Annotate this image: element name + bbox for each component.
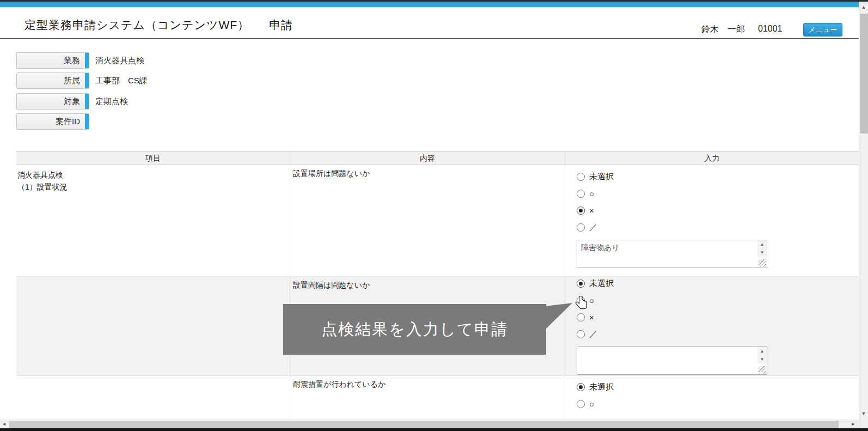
field-value-taisho: 定期点検 bbox=[95, 93, 128, 110]
radio-button-unselected-checked[interactable] bbox=[577, 280, 585, 288]
radio-button-maru[interactable] bbox=[577, 400, 585, 408]
field-value-gyomu: 消火器具点検 bbox=[95, 52, 144, 69]
page-title: 申請 bbox=[269, 19, 293, 31]
item-title: 消火器具点検 bbox=[17, 169, 288, 181]
radio-label: ／ bbox=[589, 329, 597, 339]
field-label-text: 対象 bbox=[17, 94, 89, 109]
radio-button-unselected-checked[interactable] bbox=[577, 383, 585, 391]
table-header-row: 項目 内容 入力 bbox=[16, 151, 859, 165]
radio-label: 未選択 bbox=[589, 382, 614, 392]
horizontal-scrollbar[interactable]: ◄ ► bbox=[0, 420, 859, 428]
input-cell: 未選択 ○ × ／ 障害物あり ▲ ▼ bbox=[565, 165, 859, 276]
radio-label: ○ bbox=[589, 189, 594, 198]
blue-accent-bar bbox=[85, 94, 89, 109]
scrollbar-left-icon[interactable]: ◄ bbox=[0, 420, 8, 428]
column-header-content: 内容 bbox=[290, 151, 565, 165]
scrollbar-down-icon[interactable]: ▼ bbox=[859, 409, 868, 418]
radio-label: ／ bbox=[589, 222, 597, 233]
radio-label: ○ bbox=[589, 399, 594, 409]
radio-option: 未選択 bbox=[577, 383, 859, 391]
radio-button-slash[interactable] bbox=[577, 330, 585, 338]
radio-option: ／ bbox=[577, 223, 859, 232]
question-cell: 設置場所は問題ないか bbox=[290, 165, 565, 276]
column-header-input: 入力 bbox=[565, 151, 859, 165]
title-bar-highlight bbox=[0, 7, 859, 8]
field-label-shozoku: 所属 bbox=[16, 72, 89, 89]
application-window: 定型業務申請システム（コンテンツWF）申請 鈴木 一郎 01001 メニュー 業… bbox=[0, 0, 868, 431]
radio-option: ○ bbox=[577, 296, 859, 305]
blue-accent-bar bbox=[85, 114, 89, 129]
guide-tooltip-text: 点検結果を入力して申請 bbox=[321, 319, 508, 341]
radio-button-batsu-checked[interactable] bbox=[577, 207, 585, 215]
blue-accent-bar bbox=[85, 53, 89, 68]
input-cell: 未選択 ○ × ／ ▲ ▼ bbox=[565, 277, 859, 375]
inspection-table: 項目 内容 入力 消火器具点検 （1）設置状況 設置場所は問題ないか 未選択 ○ bbox=[16, 151, 859, 422]
guide-tooltip: 点検結果を入力して申請 bbox=[283, 304, 546, 355]
field-label-text: 所属 bbox=[17, 73, 89, 88]
item-cell bbox=[16, 376, 290, 422]
radio-label: ○ bbox=[589, 296, 594, 305]
system-title: 定型業務申請システム（コンテンツWF） bbox=[25, 19, 249, 31]
scrollbar-up-icon[interactable]: ▲ bbox=[859, 3, 868, 12]
field-label-text: 案件ID bbox=[17, 114, 89, 129]
hand-cursor-icon bbox=[575, 295, 589, 311]
radio-button-slash[interactable] bbox=[577, 223, 585, 232]
app-title: 定型業務申請システム（コンテンツWF）申請 bbox=[25, 17, 293, 33]
scroll-down-icon[interactable]: ▼ bbox=[757, 248, 767, 257]
radio-option: ○ bbox=[577, 189, 859, 198]
radio-label: 未選択 bbox=[589, 278, 614, 289]
comment-textarea[interactable]: ▲ ▼ bbox=[577, 347, 767, 375]
radio-option: × bbox=[577, 206, 859, 215]
item-cell bbox=[16, 277, 290, 375]
question-cell: 耐震措置が行われているか bbox=[290, 376, 565, 422]
field-label-text: 業務 bbox=[17, 53, 89, 68]
user-block: 鈴木 一郎 01001 bbox=[701, 24, 783, 35]
radio-option: × bbox=[577, 313, 859, 321]
field-label-taisho: 対象 bbox=[16, 93, 89, 110]
field-label-anken-id: 案件ID bbox=[16, 113, 89, 130]
table-row: 耐震措置が行われているか 未選択 ○ bbox=[16, 376, 859, 422]
resize-grip-icon[interactable] bbox=[759, 366, 766, 374]
radio-label: 未選択 bbox=[589, 172, 614, 182]
item-cell: 消火器具点検 （1）設置状況 bbox=[16, 165, 290, 276]
header-divider bbox=[0, 38, 859, 39]
scroll-up-icon[interactable]: ▲ bbox=[757, 347, 767, 355]
radio-option: ／ bbox=[577, 330, 859, 338]
table-row: 消火器具点検 （1）設置状況 設置場所は問題ないか 未選択 ○ × bbox=[16, 165, 859, 277]
radio-button-maru[interactable] bbox=[577, 190, 585, 198]
window-bottom-edge bbox=[0, 428, 868, 431]
radio-option: ○ bbox=[577, 399, 859, 408]
comment-text: 障害物あり bbox=[577, 240, 767, 252]
scrollbar-right-icon[interactable]: ► bbox=[849, 420, 858, 428]
user-name: 鈴木 一郎 bbox=[701, 24, 745, 35]
blue-accent-bar bbox=[85, 73, 89, 88]
radio-label: × bbox=[589, 313, 594, 322]
radio-button-batsu[interactable] bbox=[577, 313, 585, 321]
user-id: 01001 bbox=[758, 24, 783, 35]
comment-text bbox=[577, 347, 767, 349]
scroll-down-icon[interactable]: ▼ bbox=[757, 355, 767, 363]
column-header-item: 項目 bbox=[16, 151, 290, 165]
vertical-scrollbar-thumb[interactable] bbox=[860, 14, 868, 133]
radio-option: 未選択 bbox=[577, 172, 859, 181]
resize-grip-icon[interactable] bbox=[759, 259, 766, 267]
vertical-scrollbar[interactable]: ▲ ▼ bbox=[859, 2, 868, 428]
tooltip-pointer bbox=[545, 300, 574, 331]
field-label-gyomu: 業務 bbox=[16, 52, 89, 69]
comment-textarea[interactable]: 障害物あり ▲ ▼ bbox=[577, 240, 767, 268]
menu-button[interactable]: メニュー bbox=[803, 23, 842, 37]
scroll-up-icon[interactable]: ▲ bbox=[757, 240, 767, 248]
window-title-bar bbox=[0, 2, 859, 7]
radio-option: 未選択 bbox=[577, 279, 859, 288]
input-cell: 未選択 ○ bbox=[565, 376, 859, 422]
radio-button-unselected[interactable] bbox=[577, 173, 585, 181]
item-subtitle: （1）設置状況 bbox=[17, 181, 288, 193]
horizontal-scrollbar-thumb[interactable] bbox=[9, 421, 839, 428]
radio-label: × bbox=[589, 206, 594, 215]
field-value-shozoku: 工事部 CS課 bbox=[95, 72, 148, 89]
